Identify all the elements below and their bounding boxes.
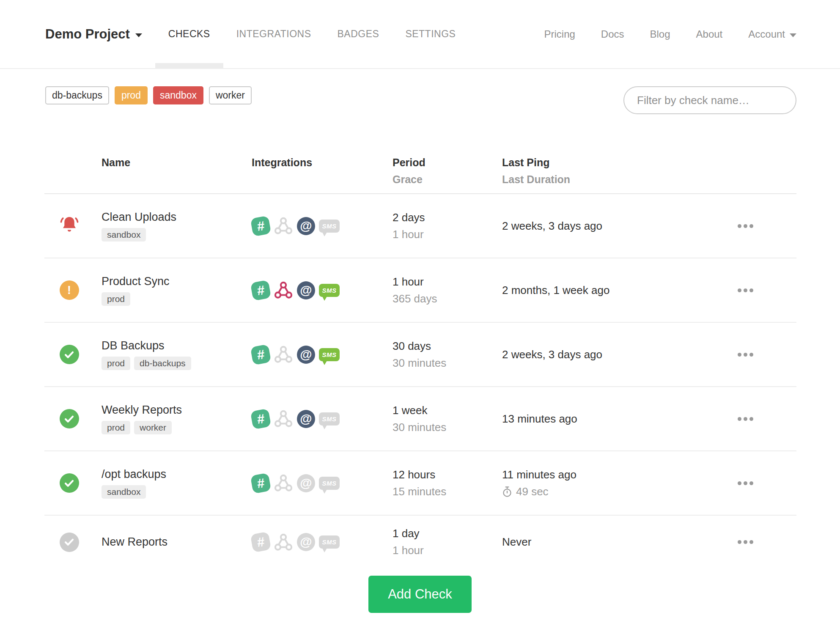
slack-icon[interactable]: # bbox=[250, 532, 272, 553]
checks-table: Name Integrations Period Grace Last Ping… bbox=[44, 114, 796, 568]
row-menu-button[interactable] bbox=[736, 349, 755, 361]
check-icon bbox=[60, 345, 79, 364]
slack-icon[interactable]: # bbox=[250, 408, 272, 429]
row-menu-button[interactable] bbox=[736, 284, 755, 297]
tab-settings[interactable]: SETTINGS bbox=[392, 0, 469, 68]
status-icon: ! bbox=[60, 280, 79, 300]
account-label: Account bbox=[748, 28, 785, 40]
check-tag: prod bbox=[102, 357, 130, 370]
nav-link-docs[interactable]: Docs bbox=[601, 28, 624, 40]
row-menu-button[interactable] bbox=[736, 536, 755, 548]
tag-filter-sandbox[interactable]: sandbox bbox=[153, 86, 203, 104]
row-menu-button[interactable] bbox=[736, 220, 755, 232]
project-name: Demo Project bbox=[45, 27, 130, 42]
integrations-cell: #@SMS bbox=[252, 533, 387, 552]
header-last-ping: Last Ping bbox=[502, 156, 727, 169]
chevron-down-icon bbox=[790, 33, 796, 37]
check-tag: worker bbox=[134, 421, 172, 434]
header-name: Name bbox=[102, 156, 252, 169]
webhook-icon[interactable] bbox=[274, 216, 293, 236]
email-icon[interactable]: @ bbox=[297, 217, 315, 235]
webhook-icon[interactable] bbox=[274, 409, 293, 428]
sms-icon[interactable]: SMS bbox=[319, 220, 340, 233]
check-name[interactable]: Product Sync bbox=[102, 275, 252, 288]
account-menu[interactable]: Account bbox=[748, 28, 796, 40]
status-icon bbox=[60, 345, 79, 364]
tag-filter-worker[interactable]: worker bbox=[209, 86, 252, 104]
status-icon bbox=[60, 533, 79, 552]
sms-icon[interactable]: SMS bbox=[319, 477, 340, 490]
sms-icon[interactable]: SMS bbox=[319, 284, 340, 297]
row-menu-button[interactable] bbox=[736, 477, 755, 489]
integrations-cell: #@SMS bbox=[252, 473, 387, 493]
check-name[interactable]: Weekly Reports bbox=[102, 404, 252, 417]
grace-value: 30 minutes bbox=[393, 357, 499, 370]
email-icon[interactable]: @ bbox=[297, 346, 315, 364]
grace-value: 365 days bbox=[393, 292, 499, 305]
row-menu-button[interactable] bbox=[736, 413, 755, 425]
period-value: 2 days bbox=[393, 211, 499, 224]
table-body: Clean Uploads sandbox #@SMS 2 days 1 hou… bbox=[44, 194, 796, 568]
tag-filter-prod[interactable]: prod bbox=[115, 86, 148, 104]
sms-icon[interactable]: SMS bbox=[319, 535, 340, 549]
check-row: New Reports #@SMS 1 day 1 hour Never bbox=[44, 516, 796, 568]
tab-integrations[interactable]: INTEGRATIONS bbox=[223, 0, 324, 68]
nav-link-about[interactable]: About bbox=[696, 28, 723, 40]
last-ping-value: 2 weeks, 3 days ago bbox=[502, 220, 727, 233]
email-icon[interactable]: @ bbox=[297, 474, 315, 492]
check-name[interactable]: Clean Uploads bbox=[102, 211, 252, 224]
check-tags: sandbox bbox=[102, 485, 252, 499]
last-ping-value: Never bbox=[502, 535, 727, 549]
check-row: DB Backups proddb-backups #@SMS 30 days … bbox=[44, 323, 796, 387]
last-ping-value: 2 months, 1 week ago bbox=[502, 284, 727, 297]
check-tags: prod bbox=[102, 292, 252, 306]
nav-link-pricing[interactable]: Pricing bbox=[544, 28, 575, 40]
tab-checks[interactable]: CHECKS bbox=[155, 0, 223, 68]
tab-badges[interactable]: BADGES bbox=[324, 0, 393, 68]
email-icon[interactable]: @ bbox=[297, 533, 315, 551]
slack-icon[interactable]: # bbox=[250, 472, 272, 494]
header-last-duration: Last Duration bbox=[502, 173, 727, 186]
period-value: 1 week bbox=[393, 404, 499, 417]
email-icon[interactable]: @ bbox=[297, 281, 315, 299]
sms-icon[interactable]: SMS bbox=[319, 348, 340, 361]
tag-filter-db-backups[interactable]: db-backups bbox=[45, 86, 109, 104]
search-input[interactable] bbox=[623, 86, 796, 114]
check-icon bbox=[60, 473, 79, 493]
checks-page: Demo Project CHECKS INTEGRATIONS BADGES … bbox=[0, 0, 840, 626]
slack-icon[interactable]: # bbox=[250, 344, 272, 365]
webhook-icon[interactable] bbox=[274, 533, 293, 552]
webhook-icon[interactable] bbox=[274, 345, 293, 364]
header-integrations: Integrations bbox=[252, 156, 387, 169]
check-name[interactable]: DB Backups bbox=[102, 339, 252, 352]
chevron-down-icon bbox=[135, 33, 142, 37]
check-name[interactable]: New Reports bbox=[102, 535, 252, 549]
last-ping-value: 2 weeks, 3 days ago bbox=[502, 348, 727, 361]
check-name[interactable]: /opt backups bbox=[102, 468, 252, 481]
check-row: /opt backups sandbox #@SMS 12 hours 15 m… bbox=[44, 451, 796, 516]
top-nav: Demo Project CHECKS INTEGRATIONS BADGES … bbox=[0, 0, 840, 69]
webhook-icon[interactable] bbox=[274, 280, 293, 300]
check-tag: prod bbox=[102, 421, 130, 434]
email-icon[interactable]: @ bbox=[297, 410, 315, 428]
slack-icon[interactable]: # bbox=[250, 280, 272, 301]
sms-icon[interactable]: SMS bbox=[319, 412, 340, 426]
integrations-cell: #@SMS bbox=[252, 345, 387, 364]
grace-value: 1 hour bbox=[393, 544, 499, 557]
project-switcher[interactable]: Demo Project bbox=[45, 27, 142, 42]
main-tabs: CHECKS INTEGRATIONS BADGES SETTINGS bbox=[155, 0, 469, 68]
slack-icon[interactable]: # bbox=[250, 215, 272, 236]
add-check-button[interactable]: Add Check bbox=[368, 576, 472, 613]
nav-link-blog[interactable]: Blog bbox=[650, 28, 670, 40]
check-tags: prodworker bbox=[102, 421, 252, 434]
header-period: Period bbox=[393, 156, 499, 169]
header-grace: Grace bbox=[393, 173, 499, 186]
check-tag: sandbox bbox=[102, 228, 146, 242]
webhook-icon[interactable] bbox=[274, 473, 293, 493]
check-tags: sandbox bbox=[102, 228, 252, 242]
check-icon bbox=[60, 533, 79, 552]
check-tag: prod bbox=[102, 292, 130, 306]
period-value: 1 day bbox=[393, 527, 499, 540]
filter-bar: db-backupsprodsandboxworker bbox=[0, 69, 840, 114]
status-icon bbox=[60, 409, 79, 428]
